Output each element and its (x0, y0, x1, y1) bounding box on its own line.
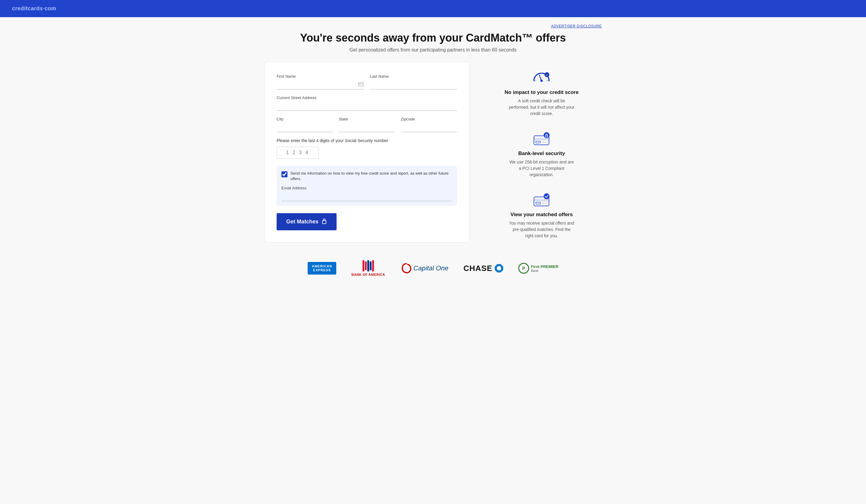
svg-rect-17 (536, 202, 541, 204)
partner-amex: AMERICAN EXPRESS (308, 262, 336, 275)
bofa-stripes (351, 260, 385, 272)
checkbox-row: Send me information on how to view my fr… (281, 171, 452, 182)
feature-bank-security-title: Bank-level security (481, 150, 602, 157)
premier-circle: P (518, 263, 529, 274)
chase-logo: CHASE (464, 264, 503, 273)
svg-rect-9 (534, 138, 549, 140)
get-matches-button[interactable]: Get Matches (277, 213, 336, 230)
svg-rect-19 (545, 203, 547, 204)
name-row: First Name La (277, 74, 457, 89)
feature-no-impact-title: No impact to your credit score (481, 89, 602, 95)
street-address-group: Current Street Address (277, 95, 457, 111)
page-title: You're seconds away from your CardMatch™… (264, 32, 602, 44)
bofa-stripe-5 (372, 260, 374, 272)
amex-logo: AMERICAN EXPRESS (308, 262, 336, 275)
feature-no-impact-desc: A soft credit check will be performed, b… (508, 98, 575, 117)
last-name-input[interactable] (370, 80, 457, 89)
zipcode-input[interactable] (401, 123, 457, 132)
amex-text-2: EXPRESS (312, 268, 332, 272)
chase-text: CHASE (464, 264, 492, 273)
svg-rect-1 (359, 83, 361, 84)
bofa-logo: BANK OF AMERICA (351, 260, 385, 276)
email-group: Email Address (281, 186, 452, 201)
checkbox-section: Send me information on how to view my fr… (277, 166, 457, 206)
ssn-section: Please enter the last 4 digits of your S… (277, 138, 457, 159)
street-address-row: Current Street Address (277, 95, 457, 111)
chase-inner (497, 266, 501, 270)
email-label: Email Address (281, 186, 452, 190)
premier-text-group: First PREMIER Bank (531, 264, 558, 273)
svg-rect-18 (542, 203, 544, 204)
advertiser-disclosure-link[interactable]: ADVERTISER DISCLOSURE (551, 24, 602, 28)
premier-text-first: First PREMIER (531, 264, 558, 269)
premier-logo: P First PREMIER Bank (518, 263, 558, 274)
svg-rect-16 (534, 199, 549, 202)
last-name-group: Last Name (370, 74, 457, 89)
amex-text-1: AMERICAN (312, 264, 332, 268)
two-col-layout: First Name La (264, 62, 602, 251)
logo-text: creditcards (12, 5, 43, 11)
feature-bank-security: Bank-level security We use 256-bit encry… (481, 129, 602, 178)
street-address-label: Current Street Address (277, 95, 457, 100)
city-label: City (277, 117, 333, 121)
ssn-input-wrapper (277, 147, 319, 159)
partner-premier: P First PREMIER Bank (518, 263, 558, 274)
speedometer-icon: ✓ (530, 68, 554, 86)
first-name-input[interactable] (277, 80, 364, 89)
first-name-input-wrapper (277, 80, 364, 89)
feature-matched-offers-title: View your matched offers (481, 211, 602, 218)
zipcode-group: Zipcode (401, 117, 457, 132)
state-label: State (339, 117, 395, 121)
bofa-stripe-4 (370, 261, 371, 270)
capitalone-swoosh-svg (400, 262, 412, 274)
logo-com: com (45, 5, 56, 11)
id-card-icon (358, 82, 364, 88)
feature-bank-security-desc: We use 256-bit encryption and are a PCI … (508, 159, 575, 178)
get-matches-label: Get Matches (286, 219, 319, 225)
first-name-label: First Name (277, 74, 364, 79)
page-subtitle: Get personalized offers from our partici… (264, 47, 602, 53)
svg-point-5 (540, 80, 543, 82)
svg-text:✓: ✓ (546, 73, 548, 77)
feature-matched-offers-desc: You may receive special offers and pre-q… (508, 220, 575, 239)
lock-icon (322, 218, 327, 226)
advertiser-disclosure-row: ADVERTISER DISCLOSURE (264, 23, 602, 28)
capitalone-text: Capital One (413, 264, 448, 272)
city-input[interactable] (277, 123, 333, 132)
zipcode-label: Zipcode (401, 117, 457, 121)
matched-offers-icon (530, 190, 554, 208)
ssn-input[interactable] (282, 150, 314, 156)
street-address-input[interactable] (277, 102, 457, 111)
partner-bofa: BANK OF AMERICA (351, 260, 385, 276)
partner-chase: CHASE (464, 264, 503, 273)
main-content: ADVERTISER DISCLOSURE You're seconds awa… (252, 17, 614, 295)
state-group: State (339, 117, 395, 132)
feature-no-impact: ✓ No impact to your credit score A soft … (481, 68, 602, 117)
bofa-stripe-3 (367, 260, 369, 272)
svg-rect-10 (536, 141, 541, 143)
capitalone-logo: Capital One (400, 262, 448, 274)
bofa-text: BANK OF AMERICA (351, 273, 385, 276)
svg-point-20 (544, 193, 549, 199)
partner-logos: AMERICAN EXPRESS BANK OF AMERICA (264, 251, 602, 283)
bofa-stripe-2 (365, 261, 367, 270)
bank-security-icon (530, 129, 554, 147)
state-input[interactable] (339, 123, 395, 132)
site-logo: creditcards·com (12, 5, 854, 12)
svg-rect-12 (545, 142, 547, 143)
last-name-label: Last Name (370, 74, 457, 79)
partner-capitalone: Capital One (400, 262, 448, 274)
credit-score-checkbox[interactable] (281, 171, 287, 177)
checkbox-label: Send me information on how to view my fr… (290, 171, 452, 182)
svg-rect-11 (542, 142, 544, 143)
email-input[interactable] (281, 192, 452, 201)
first-name-group: First Name (277, 74, 364, 89)
premier-text-bank: Bank (531, 269, 558, 273)
feature-matched-offers: View your matched offers You may receive… (481, 190, 602, 239)
ssn-label: Please enter the last 4 digits of your S… (277, 138, 457, 143)
site-header: creditcards·com (0, 0, 866, 17)
chase-octagon (495, 264, 503, 273)
svg-rect-4 (322, 221, 326, 224)
city-state-zip-row: City State Zipcode (277, 117, 457, 132)
features-col: ✓ No impact to your credit score A soft … (481, 62, 602, 251)
